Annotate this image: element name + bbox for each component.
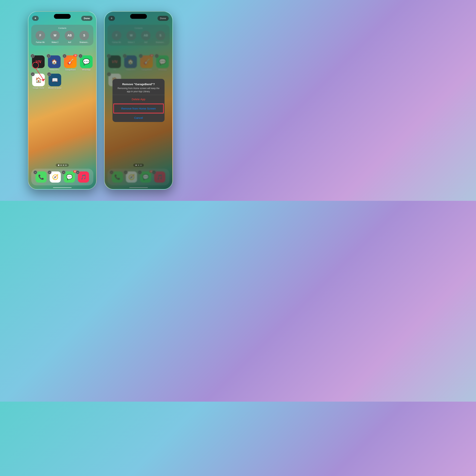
phone-1: + Done Contacts F Farhan Mc W Wakar 2 AB… [28,11,97,190]
dot-3 [63,165,64,166]
contact-avatar-w: W [50,31,60,40]
minus-badge-muslim[interactable]: − [47,72,51,76]
muslim-logo: 📖 [52,77,58,83]
hiwatch-icon: − 🏠 [48,55,61,68]
app-grid: − VN VN − 🏠 HiWatchPro − 10 🎸 [31,55,93,92]
contact-farhan[interactable]: F Farhan Mc [35,31,45,43]
minus-badge-hiwatch[interactable]: − [47,54,51,58]
app-googlehome[interactable]: − 🏠 Google Home [31,74,46,89]
remove-from-homescreen-button[interactable]: Remove from Home Screen [114,104,163,113]
minus-badge-vn[interactable]: − [31,54,34,58]
dock-music[interactable]: 🎵 − [76,171,91,183]
minus-badge-garageband[interactable]: − [63,54,67,58]
contact-name-shaheem: Shaheem... [79,41,89,43]
contact-name-farhan: Farhan Mc [36,41,45,43]
app-row-1: − VN VN − 🏠 HiWatchPro − 10 🎸 [31,55,93,71]
minus-dock-phone[interactable]: − [33,170,37,174]
page-dots [56,164,69,167]
whatsapp-label: WhatsApp [82,69,91,71]
minus-dock-music[interactable]: − [76,170,80,174]
dialog-subtitle: Removing from Home screen will keep the … [116,87,161,93]
minus-badge-googlehome[interactable]: − [31,72,35,76]
remove-highlight-box: Remove from Home Screen [113,103,164,113]
contact-shaheem[interactable]: S Shaheem... [79,31,89,43]
annotation-circle [32,62,39,68]
hiwatch-logo: 🏠 [51,59,57,65]
dialog-overlay: Remove "GarageBand"? Removing from Home … [105,12,172,189]
delete-app-button[interactable]: Delete App [113,95,165,103]
dot-1 [58,165,59,166]
remove-dialog: Remove "GarageBand"? Removing from Home … [113,79,165,122]
muslim-label: Muslim & Quran [48,87,62,89]
add-button[interactable]: + [32,16,39,21]
done-button[interactable]: Done [81,16,93,21]
phone-logo: 📞 [38,174,44,180]
dot-2 [60,165,62,166]
hiwatch-label: HiWatchPro [50,69,59,71]
whatsapp-icon: − 💬 [80,55,93,68]
app-garageband[interactable]: − 10 🎸 GarageBand [63,55,77,71]
home-indicator-1 [53,187,72,188]
dock-1: 📞 − 🧭 − 💬 − 81 🎵 − [31,169,93,185]
garageband-badge: 10 [73,54,77,57]
app-row-2: − 🏠 Google Home − 📖 Muslim & Quran [31,74,93,89]
messages-logo: 💬 [66,174,73,180]
minus-badge-whatsapp[interactable]: − [78,54,83,58]
dock-messages[interactable]: 💬 − 81 [62,171,76,183]
contact-avatar-ab: AB [65,31,74,40]
dock-phone[interactable]: 📞 − [34,171,48,183]
dynamic-island [54,14,71,19]
dock-safari[interactable]: 🧭 − [48,171,62,183]
googlehome-icon: − 🏠 [32,74,45,86]
contact-avatar-f: F [35,31,45,40]
googlehome-label: Google Home [33,87,44,89]
app-whatsapp[interactable]: − 💬 WhatsApp [79,55,93,71]
cancel-button[interactable]: Cancel [113,114,165,122]
contact-name-wakar: Wakar 2 [51,41,58,43]
app-muslim[interactable]: − 📖 Muslim & Quran [48,74,62,89]
vn-label: VN [37,69,40,71]
garageband-logo: 🎸 [67,59,74,65]
minus-dock-messages[interactable]: − [62,170,66,174]
dot-4 [65,165,67,166]
whatsapp-logo: 💬 [83,58,90,65]
garageband-label: GarageBand [65,69,76,71]
muslim-icon: − 📖 [49,74,61,86]
contacts-row: F Farhan Mc W Wakar 2 AB Asif S Shaheem.… [33,31,91,43]
contact-asif[interactable]: AB Asif [65,31,74,43]
safari-logo: 🧭 [52,174,59,180]
googlehome-logo: 🏠 [35,77,42,83]
contacts-widget-title: Contacts [33,27,91,29]
dialog-header: Remove "GarageBand"? Removing from Home … [113,79,165,95]
garageband-icon: − 10 🎸 [64,55,77,68]
music-logo: 🎵 [81,174,86,180]
minus-dock-safari[interactable]: − [47,170,51,174]
contacts-widget: Contacts F Farhan Mc W Wakar 2 AB Asif S… [31,25,93,46]
app-hiwatch[interactable]: − 🏠 HiWatchPro [47,55,61,71]
contact-avatar-s: S [79,31,89,40]
contact-name-asif: Asif [68,41,71,43]
dialog-title: Remove "GarageBand"? [116,83,161,86]
phone-2: + Done Contacts F Farhan Mc W Wakar 2 AB… [104,11,173,190]
contact-wakar[interactable]: W Wakar 2 [50,31,60,43]
